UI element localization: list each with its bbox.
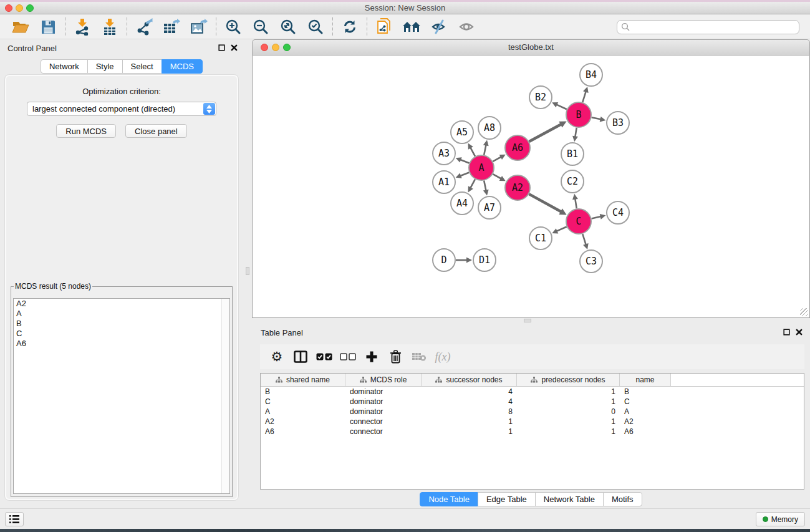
clone-network-button[interactable] xyxy=(373,17,395,37)
tab-node-table[interactable]: Node Table xyxy=(420,492,478,506)
open-session-button[interactable] xyxy=(9,17,32,37)
zoom-out-button[interactable] xyxy=(249,17,272,37)
home-layout-button[interactable] xyxy=(400,17,423,37)
horizontal-split-handle[interactable] xyxy=(524,319,531,322)
mcds-result-item[interactable]: A xyxy=(14,309,229,319)
graph-edge-B-B2[interactable] xyxy=(556,105,566,110)
column-header-name[interactable]: name xyxy=(620,374,671,386)
graph-edge-C-C4[interactable] xyxy=(591,216,600,218)
graph-node-D1[interactable]: D1 xyxy=(473,249,496,271)
table-row[interactable]: A2connector11A2 xyxy=(261,417,804,427)
export-image-button[interactable] xyxy=(188,17,210,37)
minimize-view-button[interactable] xyxy=(272,44,279,51)
graph-node-B3[interactable]: B3 xyxy=(607,112,629,134)
tab-edge-table[interactable]: Edge Table xyxy=(478,492,536,506)
delete-column-button[interactable] xyxy=(383,347,407,367)
graph-node-A6[interactable]: A6 xyxy=(505,135,530,160)
table-row[interactable]: Cdominator41C xyxy=(261,397,804,407)
close-window-button[interactable] xyxy=(5,4,12,12)
graph-edge-B-B3[interactable] xyxy=(592,117,601,119)
graph-edge-A-A3[interactable] xyxy=(460,160,469,163)
graph-edge-B-B4[interactable] xyxy=(582,92,586,102)
search-input[interactable] xyxy=(632,22,795,32)
import-table-button[interactable] xyxy=(99,17,121,37)
select-all-rows-button[interactable] xyxy=(312,347,336,367)
graph-node-A8[interactable]: A8 xyxy=(478,117,501,139)
delete-table-button[interactable] xyxy=(407,347,431,367)
result-scrollbar[interactable] xyxy=(221,299,229,493)
graph-edge-B-B1[interactable] xyxy=(575,128,576,137)
show-column-panel-button[interactable] xyxy=(289,347,312,367)
minimize-window-button[interactable] xyxy=(16,4,23,12)
tab-network-table[interactable]: Network Table xyxy=(535,492,604,506)
add-column-button[interactable] xyxy=(360,347,383,367)
graph-node-B1[interactable]: B1 xyxy=(561,143,584,165)
column-header-predecessor-nodes[interactable]: predecessor nodes xyxy=(517,374,620,386)
tab-motifs[interactable]: Motifs xyxy=(603,492,642,506)
graph-edge-A-A6[interactable] xyxy=(493,157,501,161)
graph-node-D[interactable]: D xyxy=(433,249,455,271)
mcds-result-item[interactable]: A6 xyxy=(14,339,229,349)
tab-select[interactable]: Select xyxy=(122,59,162,74)
zoom-window-button[interactable] xyxy=(26,4,34,12)
close-view-button[interactable] xyxy=(261,44,268,51)
graph-edge-A-A5[interactable] xyxy=(470,148,475,157)
graph-node-A5[interactable]: A5 xyxy=(451,121,473,143)
graph-node-A3[interactable]: A3 xyxy=(433,142,455,165)
graph-node-A7[interactable]: A7 xyxy=(478,196,501,219)
graph-edge-A-A8[interactable] xyxy=(484,145,486,155)
table-row[interactable]: Bdominator41B xyxy=(261,387,804,397)
memory-button[interactable]: Memory xyxy=(756,512,805,526)
resize-grip-icon[interactable] xyxy=(800,308,808,316)
close-panel-button[interactable]: Close panel xyxy=(125,124,187,138)
export-table-button[interactable] xyxy=(160,17,183,37)
function-builder-button[interactable]: f(x) xyxy=(431,347,455,367)
graph-edge-A-A4[interactable] xyxy=(470,179,475,188)
vertical-split-handle[interactable] xyxy=(246,267,249,275)
graph-node-B[interactable]: B xyxy=(566,102,591,127)
search-field[interactable] xyxy=(617,20,799,34)
graph-node-C3[interactable]: C3 xyxy=(580,250,602,273)
export-network-button[interactable] xyxy=(133,17,155,37)
float-panel-icon[interactable] xyxy=(783,329,790,336)
graph-node-A1[interactable]: A1 xyxy=(433,171,455,193)
tab-network[interactable]: Network xyxy=(41,59,88,74)
graph-node-A4[interactable]: A4 xyxy=(451,192,473,215)
graph-edge-A6-B[interactable] xyxy=(529,124,561,142)
graph-node-C4[interactable]: C4 xyxy=(607,201,629,224)
tab-mcds[interactable]: MCDS xyxy=(162,59,203,74)
refresh-button[interactable] xyxy=(339,17,361,37)
graph-node-C[interactable]: C xyxy=(566,209,591,234)
save-session-button[interactable] xyxy=(37,17,59,37)
mcds-result-item[interactable]: B xyxy=(14,319,229,329)
graph-node-C2[interactable]: C2 xyxy=(561,170,584,193)
graph-edge-A2-C[interactable] xyxy=(529,194,561,211)
column-header-shared-name[interactable]: shared name xyxy=(261,374,345,386)
show-all-button[interactable] xyxy=(455,17,478,37)
network-canvas[interactable]: B4B2BB3A8A5A6A3B1AA1C2A2A4A7C4CC1C3DD1 xyxy=(252,56,810,318)
zoom-in-button[interactable] xyxy=(222,17,244,37)
network-window-titlebar[interactable]: testGlobe.txt xyxy=(252,39,810,56)
float-panel-icon[interactable] xyxy=(218,44,225,51)
table-row[interactable]: Adominator80A xyxy=(261,407,804,417)
close-panel-icon[interactable] xyxy=(231,44,238,51)
graph-edge-A-A1[interactable] xyxy=(460,173,469,176)
column-header-successor-nodes[interactable]: successor nodes xyxy=(422,374,517,386)
deselect-all-rows-button[interactable] xyxy=(336,347,360,367)
graph-edge-C-C2[interactable] xyxy=(575,199,576,209)
graph-node-B4[interactable]: B4 xyxy=(580,64,602,86)
graph-edge-C-C3[interactable] xyxy=(582,234,586,244)
close-panel-icon[interactable] xyxy=(796,329,803,336)
graph-edge-A-A7[interactable] xyxy=(484,181,486,191)
graph-node-C1[interactable]: C1 xyxy=(529,227,552,249)
graph-node-A2[interactable]: A2 xyxy=(505,175,530,200)
tab-style[interactable]: Style xyxy=(87,59,123,74)
hide-selected-button[interactable] xyxy=(428,17,450,37)
table-row[interactable]: A6connector11A6 xyxy=(261,427,804,437)
zoom-fit-button[interactable] xyxy=(277,17,299,37)
import-network-button[interactable] xyxy=(71,17,94,37)
graph-edge-C-C1[interactable] xyxy=(557,226,567,231)
mcds-result-item[interactable]: A2 xyxy=(14,299,229,309)
mcds-result-item[interactable]: C xyxy=(14,329,229,339)
zoom-view-button[interactable] xyxy=(283,44,291,51)
